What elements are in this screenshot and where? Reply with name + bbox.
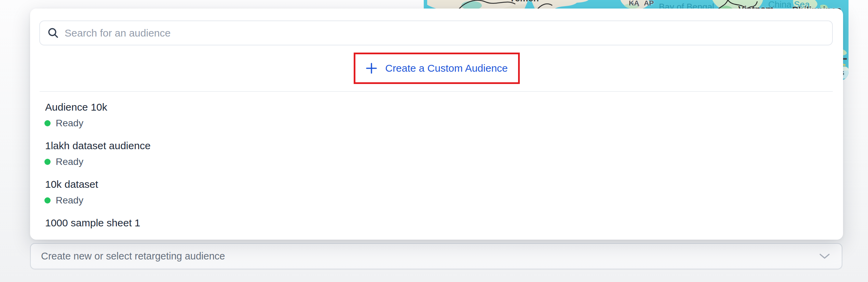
audience-list-item[interactable]: 10k dataset Ready — [45, 178, 828, 206]
chevron-down-icon — [819, 253, 830, 259]
create-audience-row: Create a Custom Audience — [30, 53, 843, 84]
audience-dropdown-panel: Create a Custom Audience Audience 10k Re… — [30, 9, 843, 240]
audience-list-item[interactable]: 1lakh dataset audience Ready — [45, 140, 828, 167]
map-label-ap: AP — [644, 0, 654, 7]
plus-icon — [365, 62, 378, 74]
retargeting-select-placeholder: Create new or select retargeting audienc… — [41, 251, 819, 262]
create-custom-audience-label: Create a Custom Audience — [385, 62, 508, 74]
audience-name: 1lakh dataset audience — [45, 140, 828, 152]
audience-status: Ready — [45, 195, 828, 206]
search-icon — [48, 27, 59, 39]
audience-list: Audience 10k Ready 1lakh dataset audienc… — [45, 101, 828, 240]
audience-status: Ready — [45, 118, 828, 128]
status-dot-icon — [44, 197, 51, 203]
audience-search-box — [39, 20, 833, 45]
audience-status: Ready — [45, 157, 828, 167]
annotation-highlight-box: Create a Custom Audience — [354, 53, 520, 84]
audience-status-label: Ready — [56, 118, 83, 129]
status-dot-icon — [44, 120, 51, 126]
audience-name: 10k dataset — [45, 178, 828, 190]
status-dot-icon — [44, 159, 51, 165]
audience-name: Audience 10k — [45, 101, 828, 113]
panel-divider — [40, 91, 833, 92]
audience-search-input[interactable] — [65, 21, 832, 45]
audience-list-item[interactable]: 1000 sample sheet 1 — [45, 217, 828, 229]
map-label-yemen: Yemen — [509, 0, 539, 4]
audience-list-item[interactable]: Audience 10k Ready — [45, 101, 828, 128]
audience-name: 1000 sample sheet 1 — [45, 217, 828, 229]
retargeting-audience-select[interactable]: Create new or select retargeting audienc… — [30, 243, 842, 269]
create-custom-audience-button[interactable]: Create a Custom Audience — [365, 62, 508, 74]
audience-status-label: Ready — [56, 156, 83, 167]
page: Yemen KA AP Bay of Bengal China Sea Viet… — [0, 0, 868, 282]
map-label-ka: KA — [629, 0, 639, 7]
audience-status-label: Ready — [56, 195, 83, 206]
